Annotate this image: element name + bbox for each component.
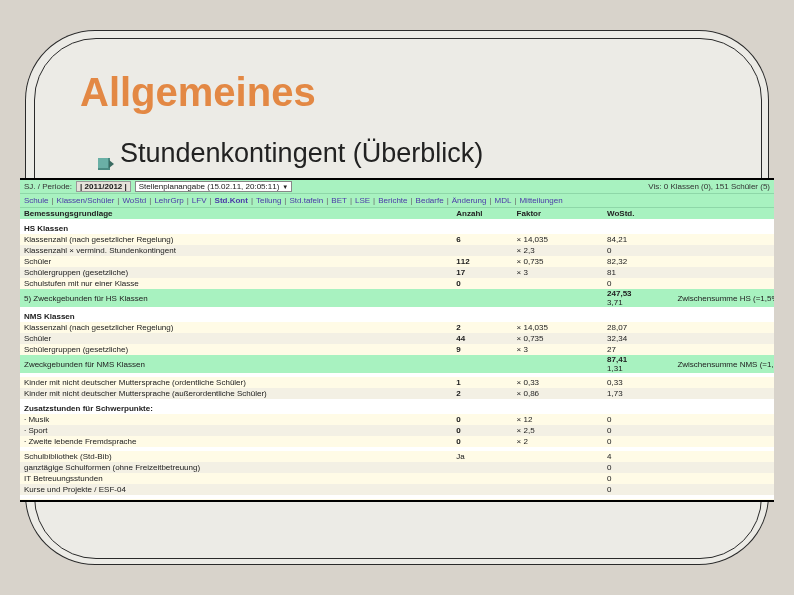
- table-row: Schülergruppen (gesetzliche)17× 381: [20, 267, 774, 278]
- tab-separator: |: [51, 196, 53, 205]
- embedded-app-panel: SJ. / Periode: | 2011/2012 | Stellenplan…: [20, 178, 774, 502]
- slide-title: Allgemeines: [80, 70, 316, 115]
- table-row: Schüler44× 0,73532,34: [20, 333, 774, 344]
- tab-separator: |: [251, 196, 253, 205]
- snapshot-dropdown[interactable]: Stellenplanangabe (15.02.11, 20:05:11) ▼: [135, 181, 293, 192]
- tab-teilung[interactable]: Teilung: [256, 196, 281, 205]
- tab-separator: |: [187, 196, 189, 205]
- tab-berichte[interactable]: Berichte: [378, 196, 407, 205]
- tab-separator: |: [411, 196, 413, 205]
- tab-std-tafeln[interactable]: Std.tafeln: [289, 196, 323, 205]
- top-toolbar: SJ. / Periode: | 2011/2012 | Stellenplan…: [20, 180, 774, 193]
- tab-separator: |: [284, 196, 286, 205]
- table-row: · Zweite lebende Fremdsprache0× 20: [20, 436, 774, 447]
- tab-bet[interactable]: BET: [331, 196, 347, 205]
- tab-mdl[interactable]: MDL: [494, 196, 511, 205]
- tab-separator: |: [117, 196, 119, 205]
- slide-subtitle: Stundenkontingent (Überblick): [120, 138, 483, 169]
- section-head-hs: HS Klassen: [20, 223, 774, 234]
- table-row: · Sport0× 2,50: [20, 425, 774, 436]
- table-row: Schulstufen mit nur einer Klasse00: [20, 278, 774, 289]
- section-head-nms: NMS Klassen: [20, 311, 774, 322]
- tab-schule[interactable]: Schule: [24, 196, 48, 205]
- tab-separator: |: [350, 196, 352, 205]
- tab-bar: Schule|Klassen/Schüler|WoStd|LehrGrp|LFV…: [20, 193, 774, 208]
- tab-separator: |: [149, 196, 151, 205]
- period-selector[interactable]: | 2011/2012 |: [76, 181, 131, 192]
- tab-wostd[interactable]: WoStd: [122, 196, 146, 205]
- table-row: IT Betreuungsstunden0: [20, 473, 774, 484]
- sum-hs: 5) Zweckgebunden für HS Klassen 247,533,…: [20, 289, 774, 307]
- tab-mitteilungen[interactable]: Mitteilungen: [519, 196, 562, 205]
- col-basis: Bemessungsgrundlage: [20, 208, 452, 219]
- tab-klassen-sch-ler[interactable]: Klassen/Schüler: [57, 196, 115, 205]
- tab-lse[interactable]: LSE: [355, 196, 370, 205]
- tab-separator: |: [326, 196, 328, 205]
- table-row: Kinder mit nicht deutscher Muttersprache…: [20, 388, 774, 399]
- table-header: Bemessungsgrundlage Anzahl Faktor WoStd.: [20, 208, 774, 219]
- tab-separator: |: [489, 196, 491, 205]
- slide: Allgemeines Stundenkontingent (Überblick…: [0, 0, 794, 595]
- table-row: · Musik0× 120: [20, 414, 774, 425]
- col-faktor: Faktor: [513, 208, 603, 219]
- table-row: Klassenzahl × vermind. Stundenkontingent…: [20, 245, 774, 256]
- korrektur-row: Korrekturfaktor 0: [20, 499, 774, 502]
- tab--nderung[interactable]: Änderung: [452, 196, 487, 205]
- sum-nms: Zweckgebunden für NMS Klassen 87,411,31 …: [20, 355, 774, 373]
- table-row: Schüler112× 0,73582,32: [20, 256, 774, 267]
- tab-separator: |: [447, 196, 449, 205]
- tab-bedarfe[interactable]: Bedarfe: [416, 196, 444, 205]
- bullet-arrow-icon: [98, 158, 110, 170]
- tab-lfv[interactable]: LFV: [192, 196, 207, 205]
- tab-separator: |: [373, 196, 375, 205]
- visibility-status: Vis: 0 Klassen (0), 151 Schüler (5): [648, 182, 770, 191]
- tab-lehrgrp[interactable]: LehrGrp: [154, 196, 183, 205]
- table-row: Kurse und Projekte / ESF-040: [20, 484, 774, 495]
- chevron-down-icon: ▼: [282, 184, 288, 190]
- tab-separator: |: [514, 196, 516, 205]
- tab-std-kont[interactable]: Std.Kont: [215, 196, 248, 205]
- table-row: Klassenzahl (nach gesetzlicher Regelung)…: [20, 234, 774, 245]
- snapshot-dropdown-value: Stellenplanangabe (15.02.11, 20:05:11): [139, 182, 280, 191]
- contingent-table: Bemessungsgrundlage Anzahl Faktor WoStd.…: [20, 208, 774, 502]
- table-row: Klassenzahl (nach gesetzlicher Regelung)…: [20, 322, 774, 333]
- col-anzahl: Anzahl: [452, 208, 512, 219]
- period-label: SJ. / Periode:: [24, 182, 72, 191]
- table-row: Schulbibliothek (Std-Bib)Ja4: [20, 451, 774, 462]
- table-row: ganztägige Schulformen (ohne Freizeitbet…: [20, 462, 774, 473]
- table-row: Kinder mit nicht deutscher Muttersprache…: [20, 377, 774, 388]
- table-row: Schülergruppen (gesetzliche)9× 327: [20, 344, 774, 355]
- section-head-zusatz: Zusatzstunden für Schwerpunkte:: [20, 403, 774, 414]
- tab-separator: |: [210, 196, 212, 205]
- col-wostd: WoStd.: [603, 208, 673, 219]
